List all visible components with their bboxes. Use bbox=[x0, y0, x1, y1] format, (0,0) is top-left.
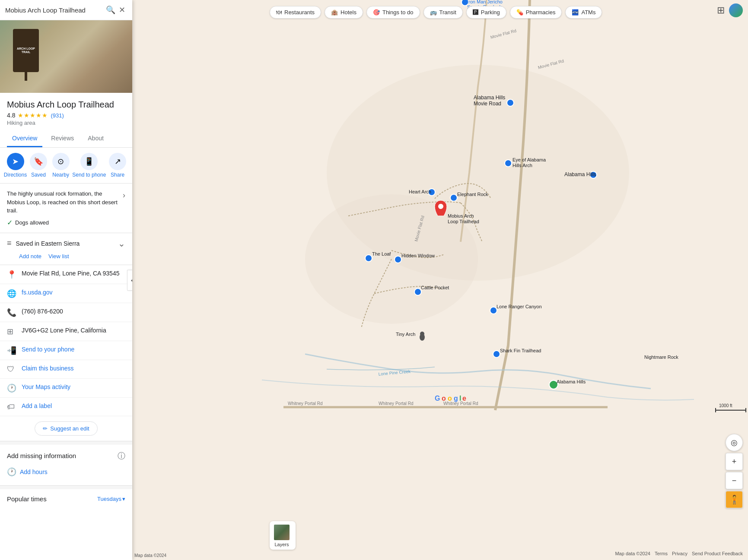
rating-row: 4.8 ★★★★★ (931) bbox=[7, 112, 125, 119]
expand-icon[interactable]: › bbox=[123, 190, 125, 201]
help-icon[interactable]: ⓘ bbox=[118, 451, 125, 461]
zoom-out-icon: − bbox=[732, 476, 737, 485]
edit-icon: ✏ bbox=[43, 425, 48, 432]
tab-overview[interactable]: Overview bbox=[7, 130, 42, 147]
phone-text[interactable]: (760) 876-6200 bbox=[22, 307, 63, 316]
svg-text:Hills Arch: Hills Arch bbox=[512, 163, 532, 168]
send-to-phone-button[interactable]: 📱 Send to phone bbox=[72, 153, 106, 178]
chevron-down-icon[interactable]: ⌄ bbox=[118, 238, 125, 249]
svg-text:e: e bbox=[462, 395, 466, 402]
hotel-icon: 🏨 bbox=[331, 9, 338, 16]
plus-code-row: ⊞ JV6G+G2 Lone Pine, California bbox=[0, 322, 132, 341]
claim-business-text[interactable]: Claim this business bbox=[22, 364, 74, 373]
things-label: Things to do bbox=[382, 9, 414, 16]
svg-point-9 bbox=[395, 256, 401, 263]
filter-transit[interactable]: 🚌 Transit bbox=[423, 6, 463, 19]
privacy-link[interactable]: Privacy bbox=[672, 551, 688, 556]
filter-pharmacies[interactable]: 💊 Pharmacies bbox=[510, 6, 562, 19]
send-to-phone-text[interactable]: Send to your phone bbox=[22, 345, 74, 354]
add-label-row[interactable]: 🏷 Add a label bbox=[0, 398, 132, 416]
maps-activity-row[interactable]: 🕐 Your Maps activity bbox=[0, 379, 132, 398]
address-text: Movie Flat Rd, Lone Pine, CA 93545 bbox=[22, 269, 119, 278]
user-avatar[interactable] bbox=[729, 3, 743, 17]
directions-button[interactable]: ➤ Directions bbox=[4, 153, 27, 178]
layers-thumbnail bbox=[273, 524, 290, 541]
tab-about[interactable]: About bbox=[83, 130, 109, 147]
saved-label: Saved in Eastern Sierra bbox=[16, 240, 80, 247]
place-type: Hiking area bbox=[7, 120, 125, 126]
svg-point-10 bbox=[414, 288, 421, 295]
svg-text:1000 ft: 1000 ft bbox=[719, 403, 732, 408]
sidebar: Mobius Arch Loop Trailhead 🔍 ✕ ARCH LOOP… bbox=[0, 0, 132, 560]
svg-text:Cattle Pocket: Cattle Pocket bbox=[421, 285, 449, 290]
view-list-button[interactable]: View list bbox=[48, 253, 69, 259]
pharmacies-label: Pharmacies bbox=[526, 9, 556, 16]
svg-text:Map data ©2024: Map data ©2024 bbox=[134, 553, 167, 558]
share-button[interactable]: ↗ Share bbox=[107, 153, 128, 178]
zoom-out-button[interactable]: − bbox=[726, 472, 743, 489]
add-hours-row[interactable]: 🕐 Add hours bbox=[7, 465, 125, 479]
pharmacy-icon: 💊 bbox=[516, 9, 523, 16]
popular-times-section: Popular times Tuesdays ▾ bbox=[0, 489, 132, 510]
zoom-in-button[interactable]: + bbox=[726, 453, 743, 470]
saved-button[interactable]: 🔖 Saved bbox=[28, 153, 49, 178]
share-label: Share bbox=[111, 172, 124, 178]
things-icon: 🎯 bbox=[373, 9, 380, 16]
pegman-button[interactable]: 🧍 bbox=[726, 491, 743, 508]
website-text[interactable]: fs.usda.gov bbox=[22, 288, 53, 297]
send-feedback-link[interactable]: Send Product Feedback bbox=[692, 551, 743, 556]
filter-atms[interactable]: 🏧 ATMs bbox=[565, 6, 602, 19]
add-note-button[interactable]: Add note bbox=[19, 253, 41, 259]
filter-restaurants[interactable]: 🍽 Restaurants bbox=[270, 6, 321, 19]
stars-icon: ★★★★★ bbox=[18, 112, 48, 119]
suggest-edit-label: Suggest an edit bbox=[50, 425, 89, 432]
svg-text:Alabama Hills: Alabama Hills bbox=[474, 95, 505, 101]
layers-button[interactable]: Layers bbox=[270, 521, 296, 550]
filter-hotels[interactable]: 🏨 Hotels bbox=[325, 6, 363, 19]
parking-icon: 🅿 bbox=[473, 9, 478, 16]
tabs: Overview Reviews About bbox=[0, 130, 132, 148]
map-footer: Map data ©2024 Terms Privacy Send Produc… bbox=[264, 547, 748, 560]
place-title: Mobius Arch Loop Trailhead bbox=[7, 99, 125, 110]
google-apps-icon[interactable]: ⊞ bbox=[717, 5, 725, 16]
maps-activity-text[interactable]: Your Maps activity bbox=[22, 383, 70, 392]
layers-chip[interactable]: Layers bbox=[270, 521, 296, 550]
filter-things-to-do[interactable]: 🎯 Things to do bbox=[366, 6, 420, 19]
filter-parking[interactable]: 🅿 Parking bbox=[466, 6, 506, 19]
collapse-sidebar-button[interactable]: ‹ bbox=[127, 270, 132, 291]
svg-text:Lone Ranger Canyon: Lone Ranger Canyon bbox=[497, 304, 542, 309]
location-icon: ◎ bbox=[731, 438, 738, 447]
review-count[interactable]: (931) bbox=[51, 112, 64, 119]
nearby-button[interactable]: ⊙ Nearby bbox=[50, 153, 72, 178]
saved-label: Saved bbox=[31, 172, 46, 178]
day-selector[interactable]: Tuesdays ▾ bbox=[97, 496, 125, 502]
desc-text: › The highly unusual rock formation, the… bbox=[7, 190, 125, 215]
suggest-edit-section: ✏ Suggest an edit bbox=[0, 416, 132, 441]
svg-text:Elephant Rock: Elephant Rock bbox=[457, 192, 488, 197]
website-row[interactable]: 🌐 fs.usda.gov bbox=[0, 284, 132, 303]
hero-image[interactable]: ARCH LOOP TRAIL bbox=[0, 20, 132, 93]
top-right-controls: ⊞ bbox=[717, 3, 743, 17]
tab-reviews[interactable]: Reviews bbox=[46, 130, 79, 147]
suggest-edit-button[interactable]: ✏ Suggest an edit bbox=[35, 421, 97, 436]
address-row: 📍 Movie Flat Rd, Lone Pine, CA 93545 bbox=[0, 265, 132, 284]
close-icon[interactable]: ✕ bbox=[117, 3, 127, 16]
map-svg[interactable]: Iron Man Jericho Scenic Overlook Alabama… bbox=[132, 0, 748, 560]
nearby-icon: ⊙ bbox=[52, 153, 70, 170]
search-icon[interactable]: 🔍 bbox=[104, 3, 117, 16]
transit-label: Transit bbox=[439, 9, 456, 16]
claim-business-row[interactable]: 🛡 Claim this business bbox=[0, 360, 132, 379]
svg-text:g: g bbox=[454, 395, 458, 402]
send-to-phone-row[interactable]: 📲 Send to your phone bbox=[0, 341, 132, 360]
search-input[interactable]: Mobius Arch Loop Trailhead bbox=[5, 6, 104, 14]
send-phone-icon: 📲 bbox=[7, 346, 16, 355]
saved-section: ≡ Saved in Eastern Sierra ⌄ Add note Vie… bbox=[0, 233, 132, 265]
add-label-text[interactable]: Add a label bbox=[22, 402, 52, 411]
terms-link[interactable]: Terms bbox=[655, 551, 668, 556]
check-icon: ✓ bbox=[7, 218, 13, 227]
add-hours-button[interactable]: Add hours bbox=[20, 468, 48, 475]
svg-point-3 bbox=[507, 99, 514, 106]
directions-label: Directions bbox=[4, 172, 27, 178]
location-button[interactable]: ◎ bbox=[726, 434, 743, 451]
rating-number: 4.8 bbox=[7, 112, 15, 119]
